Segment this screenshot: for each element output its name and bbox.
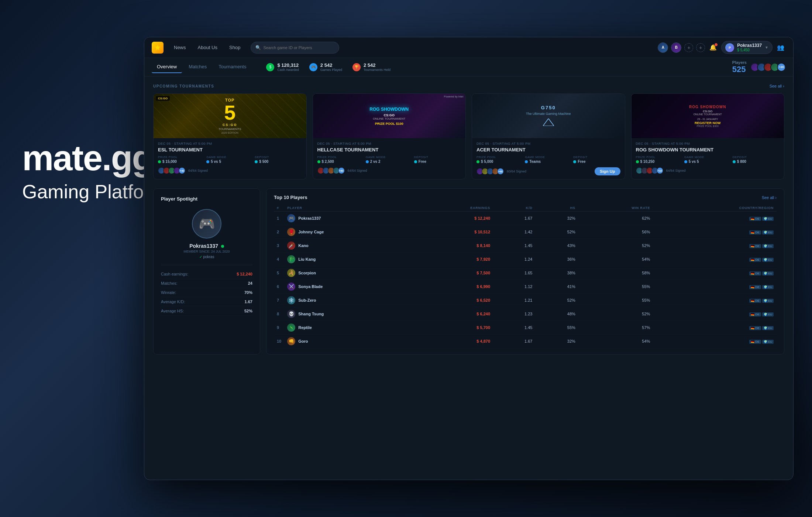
player-name-cell-3: 🗡️ Kano [284,239,414,253]
player-name-cell-10: 👊 Goro [284,335,414,348]
player-name-5[interactable]: Scorpion [298,271,316,275]
player-avatar-6: ⚔️ [287,283,295,291]
table-row: 5 🦂 Scorpion $ 7,500 1.65 38% 58% 🇩🇪 DE … [274,266,777,280]
cash-value: $ 120,312 [277,62,299,68]
see-all-tournaments[interactable]: See all [770,84,784,88]
region-badge-6: 🌍 EU [762,285,774,289]
player-hs-1: 32% [536,212,578,225]
powered-label: Powered by Intel [444,95,463,98]
avatar-circle-2: B [671,43,681,52]
cash-stat-value: $ 12,240 [237,272,252,276]
player-name-3[interactable]: Kano [298,243,309,248]
player-earnings-7: $ 6,520 [414,294,493,307]
cash-label: Cash Awarded [277,68,299,72]
esl-footer: +40 64/64 Signed [158,167,302,174]
nav-add-button-2[interactable]: + [696,43,705,52]
player-rank-7: 7 [274,294,284,307]
player-country-9: 🇩🇪 DE 🌍 EU [653,321,777,335]
player-name-cell-1: 🎮 Pokras1337 [284,212,414,225]
table-row: 2 🥊 Johnny Cage $ 10,512 1.42 52% 56% 🇩🇪… [274,225,777,239]
player-name-4[interactable]: Liu Kang [298,257,316,261]
spotlight-since: MEMBER SINCE: 24 JUL 2020 [161,250,252,253]
player-name-6[interactable]: Sonya Blade [298,284,323,289]
player-country-8: 🇩🇪 DE 🌍 EU [653,307,777,321]
tab-tournaments[interactable]: Tournaments [213,61,251,73]
nav-add-button-1[interactable]: + [684,43,693,52]
esl-date: DEC 05 · STARTING AT 5:00 PM [158,142,302,145]
tab-overview[interactable]: Overview [152,61,182,73]
hellcase-thumb-text: ROG SHOWDOWN CS:GO ONLINE TOURNAMENT PRI… [366,103,412,129]
sub-nav-row: Overview Matches Tournaments $ $ 120,312… [144,58,793,76]
hc-mode: Game Mode 2 vs 2 [366,155,413,164]
country-flag-2: 🇩🇪 DE [749,230,761,234]
player-name-1[interactable]: Pokras1337 [298,216,321,220]
table-row: 1 🎮 Pokras1337 $ 12,240 1.67 32% 62% 🇩🇪 … [274,212,777,225]
spotlight-winrate-row: Winrate: 70% [161,288,252,297]
player-hs-2: 52% [536,225,578,239]
country-flag-7: 🇩🇪 DE [749,299,761,303]
tab-matches[interactable]: Matches [183,61,212,73]
player-avatar-3: 🗡️ [287,242,295,250]
top-players-header: Top 10 Players See all [274,195,777,200]
player-wr-3: 52% [578,239,653,253]
player-name-7[interactable]: Sub-Zero [298,298,316,302]
players-table: # Player Earnings K/D HS Win Rate Countr… [274,205,777,348]
see-all-players[interactable]: See all [762,195,777,200]
matches-stat-label: Matches: [161,281,178,285]
player-name-2[interactable]: Johnny Cage [298,230,324,234]
spotlight-avatar: 🎮 [192,209,221,239]
cash-icon: $ [266,63,274,71]
nav-user-button[interactable]: P Pokras1337 $ 5,450 ▼ [721,41,773,54]
nav-bell-button[interactable]: 🔔 [708,42,718,53]
player-name-10[interactable]: Goro [298,339,308,343]
search-input[interactable] [263,45,334,50]
player-wr-9: 57% [578,321,653,335]
player-earnings-6: $ 6,990 [414,280,493,294]
acer-date: DEC 05 · STARTING AT 5:00 PM [476,142,620,145]
player-hs-3: 43% [536,239,578,253]
player-hs-6: 41% [536,280,578,294]
col-winrate: Win Rate [578,205,653,212]
esl-deposit: Deposit $ 500 [255,155,302,164]
hellcase-avatars: +60 [317,167,345,174]
player-kd-4: 1.24 [493,253,535,266]
player-wr-2: 56% [578,225,653,239]
tournaments-label: Tournaments Held [364,68,390,72]
nav-people-button[interactable]: 👥 [775,42,786,53]
games-value: 2 542 [320,62,342,68]
player-earnings-10: $ 4,870 [414,335,493,348]
rog-thumb-content: ROG SHOWDOWN CS:GO ONLINE TOURNAMENT 29 … [687,103,728,130]
cash-stat-label: Cash earnings: [161,272,188,276]
player-country-5: 🇩🇪 DE 🌍 EU [653,266,777,280]
games-label: Games Played [320,68,342,72]
nav-link-about[interactable]: About Us [193,42,222,52]
player-kd-5: 1.65 [493,266,535,280]
player-kd-6: 1.12 [493,280,535,294]
esl-name: ESL TOURNAMENT [158,147,302,153]
player-wr-6: 55% [578,280,653,294]
player-avatar-9: 🦎 [287,323,295,332]
winrate-stat-value: 70% [244,290,252,295]
player-country-2: 🇩🇪 DE 🌍 EU [653,225,777,239]
sign-up-button[interactable]: Sign Up [595,167,620,175]
cash-text: $ 120,312 Cash Awarded [277,62,299,72]
hs-stat-label: Average HS: [161,309,184,313]
winrate-stat-label: Winrate: [161,290,176,295]
player-name-cell-9: 🦎 Reptile [284,321,414,335]
player-country-4: 🇩🇪 DE 🌍 EU [653,253,777,266]
player-avatar-4: 🐉 [287,255,295,263]
nav-link-shop[interactable]: Shop [225,42,245,52]
player-hs-7: 52% [536,294,578,307]
main-content: UPCOMING TOURNAMENTS See all TOP 5 CS:GO… [144,76,793,461]
player-kd-1: 1.67 [493,212,535,225]
player-name-9[interactable]: Reptile [298,325,312,330]
mini-avatars: +20 [750,63,786,72]
tournament-grid: TOP 5 CS:GO TOURNAMENTS 2020 EDITION CS:… [153,93,784,179]
player-name-8[interactable]: Shang Tsung [298,312,324,316]
nav-link-news[interactable]: News [169,42,190,52]
hellcase-signed: 64/64 Signed [348,169,367,172]
rog-deposit: Deposit $ 800 [733,155,780,164]
player-rank-1: 1 [274,212,284,225]
player-kd-7: 1.21 [493,294,535,307]
spotlight-hs-row: Average HS: 52% [161,307,252,316]
